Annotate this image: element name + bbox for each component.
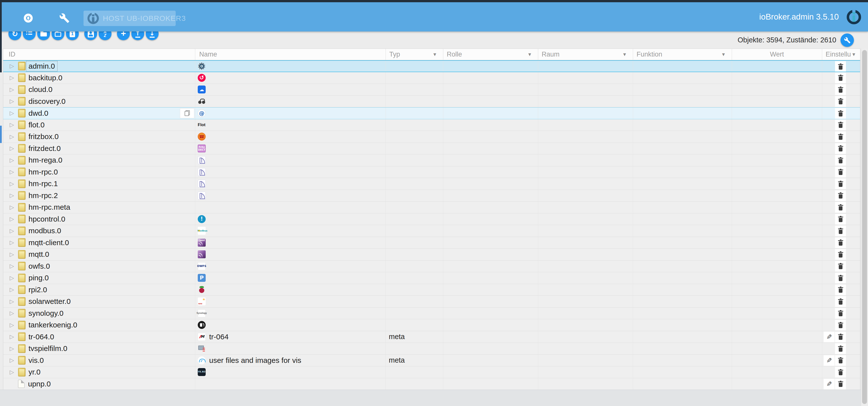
expander-icon[interactable] <box>10 87 18 92</box>
delete-object-button[interactable] <box>835 225 846 236</box>
scrollbar-thumb[interactable] <box>862 50 867 404</box>
delete-object-button[interactable] <box>835 143 846 154</box>
copy-id-button[interactable] <box>180 108 194 118</box>
table-row[interactable]: upnp.0✎ <box>3 378 860 390</box>
table-row[interactable]: tr-064.0Mtr-064meta✎ <box>3 331 860 343</box>
expander-icon[interactable] <box>10 205 18 210</box>
settings-button[interactable] <box>840 33 854 47</box>
expander-icon[interactable] <box>10 157 18 163</box>
delete-object-button[interactable] <box>835 61 846 72</box>
delete-object-button[interactable] <box>835 179 846 189</box>
delete-object-button[interactable] <box>835 261 846 272</box>
filter-arrow-icon[interactable]: ▼ <box>851 52 856 57</box>
column-header-typ[interactable]: Typ▼ <box>386 49 443 60</box>
left-scroll-indicator[interactable] <box>0 126 2 143</box>
expander-icon[interactable] <box>10 346 18 351</box>
expander-icon[interactable] <box>10 169 18 175</box>
table-row[interactable]: hpcontrol.0! <box>3 213 860 225</box>
edit-object-button[interactable]: ✎ <box>824 355 835 366</box>
expander-icon[interactable] <box>10 275 18 281</box>
expander-icon[interactable] <box>10 98 18 104</box>
table-row[interactable]: hm-rpc.2 <box>3 190 860 202</box>
expander-icon[interactable] <box>10 299 18 304</box>
table-row[interactable]: fritzdect.0Fritz DECT <box>3 143 860 155</box>
delete-object-button[interactable] <box>835 285 846 295</box>
expander-icon[interactable] <box>10 369 18 375</box>
expander-icon[interactable] <box>10 134 18 139</box>
table-row[interactable]: tankerkoenig.0 <box>3 319 860 331</box>
table-row[interactable]: mqtt.0 <box>3 249 860 260</box>
delete-object-button[interactable] <box>835 96 846 107</box>
table-row[interactable]: cloud.0☁ <box>3 84 860 96</box>
table-row[interactable]: modbus.0Modbus <box>3 225 860 237</box>
delete-object-button[interactable] <box>835 190 846 201</box>
filter-arrow-icon[interactable]: ▼ <box>721 52 726 57</box>
column-header-rolle[interactable]: Rolle▼ <box>443 49 538 60</box>
table-row[interactable]: admin.0⚙ <box>3 60 860 72</box>
delete-object-button[interactable] <box>835 108 846 119</box>
table-row[interactable]: solarwetter.0 <box>3 296 860 308</box>
delete-object-button[interactable] <box>835 343 846 354</box>
filter-arrow-icon[interactable]: ▼ <box>432 52 437 57</box>
table-row[interactable]: hm-rega.0 <box>3 154 860 166</box>
table-row[interactable]: yr.0YR.NO <box>3 366 860 378</box>
expander-icon[interactable] <box>10 228 18 234</box>
delete-object-button[interactable] <box>835 332 846 342</box>
table-row[interactable]: hm-rpc.0 <box>3 166 860 178</box>
expander-icon[interactable] <box>10 146 18 151</box>
delete-object-button[interactable] <box>835 167 846 178</box>
expander-icon[interactable] <box>10 63 18 69</box>
column-header-funktion[interactable]: Funktion▼ <box>633 49 732 60</box>
expander-icon[interactable] <box>10 322 18 328</box>
expander-icon[interactable] <box>10 263 18 269</box>
delete-object-button[interactable] <box>835 84 846 95</box>
table-row[interactable]: owfs.0OWFS <box>3 260 860 272</box>
table-row[interactable]: ping.0P <box>3 272 860 284</box>
expander-icon[interactable] <box>10 357 18 363</box>
expander-icon[interactable] <box>10 216 18 222</box>
column-header-einstellungen[interactable]: Einstellu▼ <box>822 49 860 60</box>
delete-object-button[interactable] <box>835 214 846 225</box>
expander-icon[interactable] <box>10 110 18 116</box>
host-selector-button[interactable]: HOST UB-IOBROKER3 <box>84 11 176 26</box>
delete-object-button[interactable] <box>835 131 846 142</box>
delete-object-button[interactable] <box>835 273 846 283</box>
visibility-button[interactable] <box>22 12 35 25</box>
expander-icon[interactable] <box>10 334 18 340</box>
filter-arrow-icon[interactable]: ▼ <box>622 52 627 57</box>
delete-object-button[interactable] <box>835 308 846 319</box>
table-row[interactable]: rpi2.0 <box>3 284 860 296</box>
table-row[interactable]: fritzbox.0☎ <box>3 131 860 143</box>
table-row[interactable]: vis.0user files and images for vismeta✎ <box>3 355 860 367</box>
expander-icon[interactable] <box>10 240 18 245</box>
table-row[interactable]: dwd.0@ <box>3 107 860 119</box>
delete-object-button[interactable] <box>835 367 846 377</box>
table-row[interactable]: mqtt-client.0client <box>3 237 860 249</box>
delete-object-button[interactable] <box>835 155 846 165</box>
expert-mode-button[interactable] <box>58 11 71 25</box>
delete-object-button[interactable] <box>835 355 846 366</box>
delete-object-button[interactable] <box>835 73 846 83</box>
table-row[interactable]: tvspielfilm.0 <box>3 343 860 355</box>
edit-object-button[interactable]: ✎ <box>824 332 835 342</box>
expander-icon[interactable] <box>10 287 18 292</box>
table-row[interactable]: backitup.0↺ <box>3 72 860 84</box>
expander-icon[interactable] <box>10 310 18 316</box>
table-row[interactable]: hm-rpc.1 <box>3 178 860 190</box>
delete-object-button[interactable] <box>835 296 846 307</box>
expander-icon[interactable] <box>10 193 18 198</box>
table-row[interactable]: hm-rpc.meta <box>3 201 860 213</box>
expander-icon[interactable] <box>10 181 18 187</box>
delete-object-button[interactable] <box>835 379 846 389</box>
delete-object-button[interactable] <box>835 320 846 331</box>
delete-object-button[interactable] <box>835 202 846 213</box>
delete-object-button[interactable] <box>835 120 846 130</box>
table-row[interactable]: synology.0Synology <box>3 308 860 319</box>
table-row[interactable]: flot.0Flot <box>3 119 860 131</box>
edit-object-button[interactable]: ✎ <box>824 379 835 389</box>
column-header-raum[interactable]: Raum▼ <box>538 49 633 60</box>
expander-icon[interactable] <box>10 75 18 81</box>
delete-object-button[interactable] <box>835 238 846 248</box>
table-row[interactable]: discovery.0 <box>3 96 860 107</box>
delete-object-button[interactable] <box>835 249 846 260</box>
